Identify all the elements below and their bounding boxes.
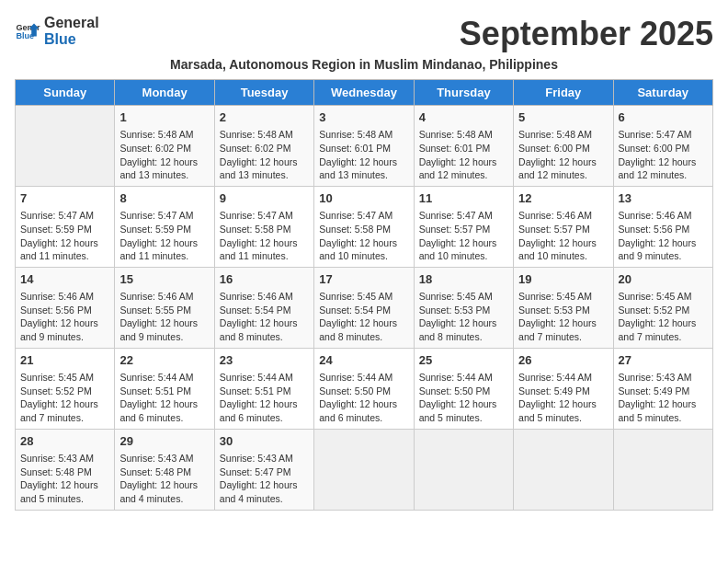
calendar-cell bbox=[613, 429, 712, 510]
day-number: 12 bbox=[518, 190, 608, 207]
day-info-line: Daylight: 12 hours bbox=[119, 478, 209, 492]
day-info-line: Sunset: 5:56 PM bbox=[20, 304, 109, 317]
day-info-line: Daylight: 12 hours bbox=[419, 236, 508, 250]
day-number: 1 bbox=[119, 109, 209, 126]
day-number: 28 bbox=[20, 433, 109, 450]
day-info-line: and 12 minutes. bbox=[518, 168, 608, 182]
day-info-line: Sunset: 5:52 PM bbox=[20, 385, 109, 398]
day-number: 25 bbox=[419, 352, 508, 369]
day-info-line: and 5 minutes. bbox=[518, 411, 608, 425]
svg-text:Blue: Blue bbox=[16, 32, 34, 41]
day-number: 17 bbox=[319, 271, 408, 288]
day-number: 7 bbox=[20, 190, 109, 207]
calendar-cell bbox=[414, 429, 513, 510]
day-info-line: Sunset: 5:47 PM bbox=[220, 465, 309, 479]
day-info-line: Daylight: 12 hours bbox=[220, 236, 309, 250]
day-info-line: Sunset: 5:52 PM bbox=[619, 304, 708, 317]
day-info-line: Daylight: 12 hours bbox=[220, 478, 309, 492]
calendar-cell: 28Sunrise: 5:43 AMSunset: 5:48 PMDayligh… bbox=[16, 429, 115, 510]
day-info-line: and 10 minutes. bbox=[319, 249, 408, 263]
day-info-line: and 9 minutes. bbox=[20, 330, 109, 344]
day-info-line: Sunset: 5:53 PM bbox=[419, 304, 508, 317]
day-info-line: and 8 minutes. bbox=[419, 330, 508, 344]
day-info-line: Daylight: 12 hours bbox=[20, 397, 109, 411]
header: General Blue General Blue September 2025 bbox=[15, 15, 713, 53]
day-info-line: and 11 minutes. bbox=[119, 249, 209, 263]
day-info-line: Sunset: 5:58 PM bbox=[220, 223, 309, 236]
day-info-line: Sunset: 5:57 PM bbox=[518, 223, 608, 236]
day-info-line: Sunset: 6:02 PM bbox=[119, 142, 209, 155]
day-info-line: Sunrise: 5:48 AM bbox=[220, 128, 309, 142]
calendar-cell: 12Sunrise: 5:46 AMSunset: 5:57 PMDayligh… bbox=[514, 186, 613, 267]
calendar-header-row: SundayMondayTuesdayWednesdayThursdayFrid… bbox=[16, 80, 713, 106]
day-info-line: Sunset: 5:58 PM bbox=[319, 223, 408, 236]
day-info-line: Sunrise: 5:45 AM bbox=[518, 290, 608, 304]
day-info-line: and 12 minutes. bbox=[419, 168, 508, 182]
calendar-cell: 27Sunrise: 5:43 AMSunset: 5:49 PMDayligh… bbox=[613, 348, 712, 429]
day-header-friday: Friday bbox=[514, 80, 613, 106]
day-info-line: Sunrise: 5:45 AM bbox=[319, 290, 408, 304]
day-number: 13 bbox=[619, 190, 708, 207]
calendar-cell bbox=[16, 106, 115, 187]
month-title: September 2025 bbox=[460, 15, 713, 53]
day-number: 4 bbox=[419, 109, 508, 126]
week-row-2: 7Sunrise: 5:47 AMSunset: 5:59 PMDaylight… bbox=[16, 186, 713, 267]
calendar-cell: 2Sunrise: 5:48 AMSunset: 6:02 PMDaylight… bbox=[214, 106, 313, 187]
day-info-line: Daylight: 12 hours bbox=[220, 155, 309, 169]
calendar-cell bbox=[514, 429, 613, 510]
day-info-line: Sunset: 5:51 PM bbox=[119, 385, 209, 398]
day-info-line: Sunset: 5:51 PM bbox=[220, 385, 309, 398]
day-info-line: and 6 minutes. bbox=[119, 411, 209, 425]
day-info-line: and 6 minutes. bbox=[319, 411, 408, 425]
day-number: 18 bbox=[419, 271, 508, 288]
day-number: 30 bbox=[220, 433, 309, 450]
day-info-line: Sunrise: 5:43 AM bbox=[20, 452, 109, 465]
day-info-line: Sunset: 5:50 PM bbox=[319, 385, 408, 398]
day-info-line: Daylight: 12 hours bbox=[518, 236, 608, 250]
day-info-line: Sunrise: 5:44 AM bbox=[119, 371, 209, 385]
subtitle: Marsada, Autonomous Region in Muslim Min… bbox=[15, 57, 713, 72]
day-info-line: and 5 minutes. bbox=[619, 411, 708, 425]
day-info-line: Sunset: 5:59 PM bbox=[119, 223, 209, 236]
day-info-line: Sunrise: 5:44 AM bbox=[319, 371, 408, 385]
calendar-cell: 15Sunrise: 5:46 AMSunset: 5:55 PMDayligh… bbox=[115, 267, 214, 348]
day-info-line: Sunrise: 5:44 AM bbox=[518, 371, 608, 385]
day-info-line: Daylight: 12 hours bbox=[119, 236, 209, 250]
day-info-line: Sunrise: 5:46 AM bbox=[220, 290, 309, 304]
day-number: 23 bbox=[220, 352, 309, 369]
day-info-line: and 4 minutes. bbox=[220, 492, 309, 506]
day-info-line: Daylight: 12 hours bbox=[319, 397, 408, 411]
day-info-line: Sunrise: 5:45 AM bbox=[619, 290, 708, 304]
day-number: 22 bbox=[119, 352, 209, 369]
day-info-line: Sunset: 6:00 PM bbox=[619, 142, 708, 155]
day-info-line: Sunset: 6:00 PM bbox=[518, 142, 608, 155]
day-info-line: and 8 minutes. bbox=[319, 330, 408, 344]
day-number: 24 bbox=[319, 352, 408, 369]
day-info-line: Sunrise: 5:44 AM bbox=[419, 371, 508, 385]
calendar-cell: 3Sunrise: 5:48 AMSunset: 6:01 PMDaylight… bbox=[314, 106, 414, 187]
day-info-line: and 10 minutes. bbox=[518, 249, 608, 263]
day-info-line: Daylight: 12 hours bbox=[619, 316, 708, 330]
day-info-line: Daylight: 12 hours bbox=[319, 155, 408, 169]
day-info-line: Sunset: 5:54 PM bbox=[220, 304, 309, 317]
day-info-line: Daylight: 12 hours bbox=[119, 397, 209, 411]
day-info-line: and 6 minutes. bbox=[220, 411, 309, 425]
day-info-line: Sunrise: 5:47 AM bbox=[119, 209, 209, 223]
day-info-line: Sunrise: 5:44 AM bbox=[220, 371, 309, 385]
calendar-cell: 9Sunrise: 5:47 AMSunset: 5:58 PMDaylight… bbox=[214, 186, 313, 267]
calendar-cell: 1Sunrise: 5:48 AMSunset: 6:02 PMDaylight… bbox=[115, 106, 214, 187]
calendar-cell: 19Sunrise: 5:45 AMSunset: 5:53 PMDayligh… bbox=[514, 267, 613, 348]
day-info-line: Sunset: 6:01 PM bbox=[419, 142, 508, 155]
day-number: 16 bbox=[220, 271, 309, 288]
day-number: 3 bbox=[319, 109, 408, 126]
day-info-line: and 9 minutes. bbox=[119, 330, 209, 344]
day-info-line: Sunset: 5:48 PM bbox=[20, 465, 109, 479]
day-info-line: Sunrise: 5:46 AM bbox=[119, 290, 209, 304]
week-row-3: 14Sunrise: 5:46 AMSunset: 5:56 PMDayligh… bbox=[16, 267, 713, 348]
calendar-cell: 13Sunrise: 5:46 AMSunset: 5:56 PMDayligh… bbox=[613, 186, 712, 267]
day-number: 8 bbox=[119, 190, 209, 207]
day-info-line: Sunrise: 5:48 AM bbox=[419, 128, 508, 142]
day-info-line: Sunrise: 5:43 AM bbox=[119, 452, 209, 465]
day-info-line: and 11 minutes. bbox=[220, 249, 309, 263]
day-number: 11 bbox=[419, 190, 508, 207]
